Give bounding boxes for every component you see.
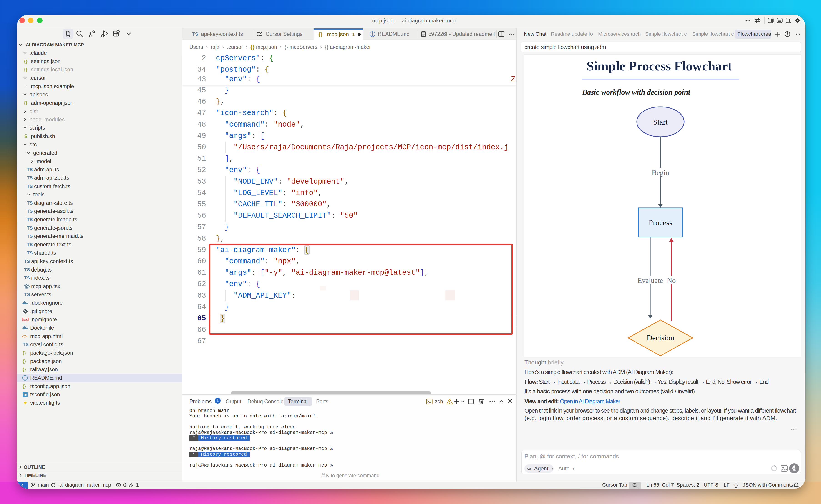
svg-text:Simple Process Flowchart: Simple Process Flowchart — [586, 59, 732, 73]
svg-text:Basic workflow with decision p: Basic workflow with decision point — [582, 88, 691, 96]
svg-text:Process: Process — [649, 218, 672, 227]
svg-text:npm: npm — [23, 318, 27, 321]
svg-text:Evaluate: Evaluate — [638, 276, 663, 284]
svg-text:Start: Start — [653, 118, 668, 126]
svg-text:Begin: Begin — [652, 168, 669, 177]
svg-text:No: No — [667, 276, 676, 284]
svg-text:Decision: Decision — [647, 334, 674, 342]
svg-text:TS: TS — [23, 393, 27, 396]
